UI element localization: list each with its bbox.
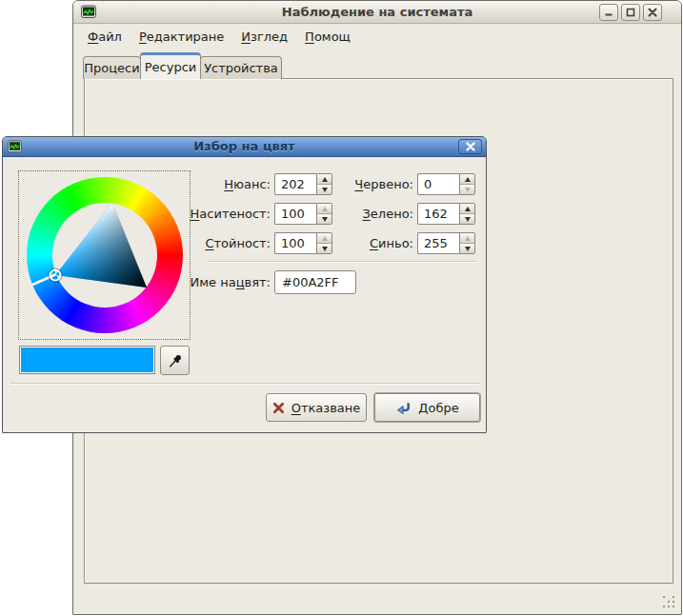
green-spinner[interactable]: 162 bbox=[417, 203, 475, 225]
system-monitor-icon bbox=[81, 5, 96, 19]
color-picker-dialog: Избор на цвят bbox=[2, 136, 487, 433]
minimize-icon bbox=[604, 8, 613, 17]
red-up[interactable] bbox=[460, 174, 474, 184]
dialog-title: Избор на цвят bbox=[3, 139, 486, 153]
saturation-down[interactable] bbox=[317, 213, 331, 224]
green-up[interactable] bbox=[460, 204, 474, 213]
hue-up[interactable] bbox=[317, 174, 331, 184]
hue-spinner[interactable]: 202 bbox=[274, 173, 332, 195]
menu-help[interactable]: Помощ bbox=[296, 27, 359, 47]
hue-down[interactable] bbox=[317, 184, 331, 194]
ok-return-icon bbox=[395, 401, 412, 415]
saturation-spinner[interactable]: 100 bbox=[274, 203, 332, 225]
blue-spinner[interactable]: 255 bbox=[417, 232, 475, 254]
eyedropper-button[interactable] bbox=[160, 346, 190, 375]
resize-grip[interactable] bbox=[663, 596, 675, 608]
value-down[interactable] bbox=[317, 243, 331, 253]
close-button[interactable] bbox=[643, 4, 662, 21]
tab-resources[interactable]: Ресурси bbox=[140, 52, 201, 79]
menu-file[interactable]: Файл bbox=[79, 27, 131, 47]
window-title: Наблюдение на системата bbox=[73, 5, 681, 19]
minimize-button[interactable] bbox=[599, 4, 618, 21]
cancel-x-icon bbox=[272, 402, 285, 414]
cancel-button[interactable]: Отказване bbox=[266, 393, 367, 422]
color-wheel[interactable] bbox=[18, 170, 191, 340]
saturation-label: Наситеност: bbox=[198, 203, 271, 225]
green-down[interactable] bbox=[460, 213, 474, 224]
action-separator bbox=[10, 383, 480, 385]
statusbar bbox=[73, 589, 681, 614]
red-down[interactable] bbox=[460, 184, 474, 194]
value-up[interactable] bbox=[317, 233, 331, 243]
selected-color-preview bbox=[19, 346, 155, 374]
sv-triangle[interactable] bbox=[19, 171, 191, 339]
value-spinner[interactable]: 100 bbox=[274, 232, 332, 254]
dialog-titlebar: Избор на цвят bbox=[3, 137, 486, 157]
maximize-icon bbox=[626, 8, 635, 17]
maximize-button[interactable] bbox=[621, 4, 640, 21]
fields-separator bbox=[207, 261, 476, 263]
menu-edit[interactable]: Редактиране bbox=[131, 27, 232, 47]
hue-label: Нюанс: bbox=[198, 173, 271, 195]
blue-up[interactable] bbox=[460, 233, 474, 243]
tab-devices[interactable]: Устройства bbox=[200, 56, 282, 79]
red-spinner[interactable]: 0 bbox=[417, 173, 475, 195]
green-label: Зелено: bbox=[341, 203, 413, 225]
blue-label: Синьо: bbox=[341, 232, 413, 254]
tab-processes[interactable]: Процеси bbox=[83, 56, 141, 79]
dialog-close-button[interactable] bbox=[458, 139, 482, 154]
menu-view[interactable]: Изглед bbox=[232, 27, 296, 47]
ok-button[interactable]: Добре bbox=[374, 393, 480, 422]
saturation-up[interactable] bbox=[317, 204, 331, 213]
eyedropper-icon bbox=[168, 353, 183, 368]
color-name-label: Име на цвят: bbox=[165, 271, 271, 293]
color-name-input[interactable]: #00A2FF bbox=[274, 270, 356, 294]
menubar: Файл Редактиране Изглед Помощ bbox=[73, 25, 681, 49]
blue-down[interactable] bbox=[460, 243, 474, 253]
main-titlebar: Наблюдение на системата bbox=[73, 1, 681, 24]
value-label: Стойност: bbox=[198, 232, 271, 254]
close-icon bbox=[466, 142, 475, 151]
red-label: Червено: bbox=[341, 173, 413, 195]
close-icon bbox=[648, 8, 657, 17]
